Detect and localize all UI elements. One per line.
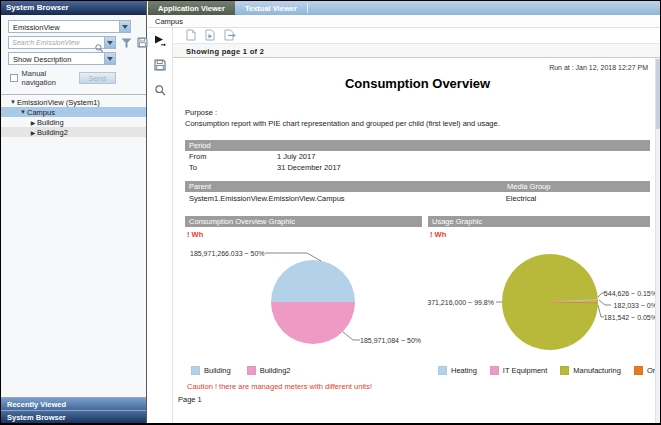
caret-collapsed-icon[interactable]: ▶	[29, 119, 37, 126]
consumption-chart-header: Consumption Overview Graphic	[185, 216, 422, 227]
tab-application-viewer[interactable]: Application Viewer	[148, 1, 235, 15]
system-browser-title: System Browser	[1, 1, 146, 15]
system-dropdown-value: EmissionView	[13, 23, 60, 32]
purpose-label: Purpose :	[185, 108, 650, 119]
usage-unit-warning: ! Wh	[430, 230, 650, 239]
run-timestamp: Run at : Jan 12, 2018 12:27 PM	[185, 64, 650, 71]
save-search-icon[interactable]	[137, 37, 148, 48]
legend-item-it-equipment: IT Equipment	[490, 366, 547, 375]
workspace: Application Viewer Textual Viewer Campus	[148, 1, 660, 423]
vertical-scrollbar[interactable]	[655, 58, 660, 423]
manual-navigation-label: Manual navigation	[22, 69, 79, 87]
pie-slice-building	[271, 260, 355, 302]
doc-icon[interactable]	[186, 27, 196, 45]
legend-item-manufacturing: Manufacturing	[560, 366, 621, 375]
zoom-icon[interactable]	[155, 82, 166, 100]
send-button[interactable]: Send	[79, 72, 117, 84]
legend-swatch	[191, 366, 200, 375]
legend-item-heating: Heating	[438, 366, 477, 375]
system-browser-panel: System Browser EmissionView	[1, 1, 147, 423]
consumption-unit-warning: ! Wh	[187, 230, 422, 239]
pie-label-manufacturing: 371,216,000 ~ 99.8%	[428, 298, 494, 305]
legend-swatch	[247, 366, 256, 375]
run-report-icon[interactable]	[154, 32, 167, 50]
pie-label-heating: 544,626 ~ 0.15%	[604, 289, 657, 296]
tree-item-building2[interactable]: ▶ Building2	[1, 127, 146, 137]
sidebar-controls: EmissionView Show De	[1, 15, 146, 87]
chevron-down-icon[interactable]	[104, 53, 115, 64]
viewer-tabbar: Application Viewer Textual Viewer	[148, 1, 660, 15]
pie-label-it-equipment: 182,033 ~ 0%	[614, 301, 657, 308]
caret-expanded-icon[interactable]: ▼	[9, 99, 17, 105]
legend-swatch	[438, 366, 447, 375]
period-row-to: To 31 December 2017	[185, 163, 650, 173]
filter-icon[interactable]	[121, 38, 132, 48]
system-browser-panel-bar[interactable]: System Browser	[1, 410, 146, 423]
media-group-header: Media Group	[507, 181, 650, 192]
usage-legend: Heating IT Equipment Manufacturing	[428, 366, 650, 375]
viewer-tool-strip	[148, 28, 173, 423]
doc-run-icon[interactable]	[205, 27, 215, 45]
report-viewer-pane: Showing page 1 of 2 Run at : Jan 12, 201…	[173, 28, 660, 423]
consumption-legend: Building Building2	[185, 366, 422, 375]
parent-header: Parent	[189, 181, 507, 192]
consumption-pie-chart: 185,971,266.033 ~ 50% 185,971,084 ~ 50%	[185, 240, 422, 364]
tree-item-emissionview[interactable]: ▼ EmissionView (System1)	[1, 97, 146, 107]
usage-chart-header: Usage Graphic	[428, 216, 650, 227]
legend-swatch	[560, 366, 569, 375]
period-section: Period From 1 July 2017 To 31 December 2…	[185, 140, 650, 173]
pie-label-building: 185,971,266.033 ~ 50%	[190, 249, 265, 256]
tree-item-building[interactable]: ▶ Building	[1, 117, 146, 127]
recently-viewed-panel-bar[interactable]: Recently Viewed	[1, 397, 146, 410]
caret-expanded-icon[interactable]: ▼	[19, 109, 27, 115]
period-row-from: From 1 July 2017	[185, 152, 650, 162]
search-input[interactable]	[9, 39, 93, 46]
usage-chart-column: Usage Graphic ! Wh 371,	[428, 216, 650, 375]
report-page: Run at : Jan 12, 2018 12:27 PM Consumpti…	[173, 58, 660, 423]
paging-status: Showing page 1 of 2	[173, 44, 660, 58]
chevron-down-icon[interactable]	[119, 21, 130, 32]
tree-item-campus[interactable]: ▼ Campus	[1, 107, 146, 117]
legend-swatch	[634, 366, 643, 375]
legend-swatch	[490, 366, 499, 375]
consumption-chart-column: Consumption Overview Graphic ! Wh 185,97…	[185, 216, 422, 375]
app-window: System Browser EmissionView	[0, 0, 661, 425]
page-number-label: Page 1	[178, 395, 650, 404]
parent-value: System1.EmissionView.EmissionView.Campus	[185, 194, 506, 203]
display-mode-value: Show Description	[13, 55, 71, 64]
parent-section: Parent Media Group System1.EmissionView.…	[185, 181, 650, 204]
pie-label-building2: 185,971,084 ~ 50%	[360, 337, 421, 344]
scrollbar-thumb[interactable]	[656, 59, 660, 129]
system-tree: ▼ EmissionView (System1) ▼ Campus ▶ Buil…	[1, 94, 146, 397]
system-dropdown[interactable]: EmissionView	[8, 20, 131, 33]
report-toolbar	[173, 28, 660, 44]
caution-message: Caution ! there are managed meters with …	[187, 382, 650, 391]
media-group-value: Electrical	[506, 194, 650, 203]
caret-collapsed-icon[interactable]: ▶	[29, 129, 37, 136]
tab-textual-viewer[interactable]: Textual Viewer	[235, 1, 307, 15]
display-mode-dropdown[interactable]: Show Description	[8, 52, 116, 65]
manual-navigation-checkbox[interactable]	[10, 74, 18, 82]
legend-item-building: Building	[191, 366, 231, 375]
search-dropdown-icon[interactable]	[104, 37, 115, 48]
search-field[interactable]	[8, 36, 116, 49]
save-report-icon[interactable]	[154, 57, 166, 75]
purpose-text: Consumption report with PIE chart repres…	[185, 119, 650, 130]
pie-label-onsite-transport: 181,542 ~ 0.05%	[604, 313, 657, 320]
period-header: Period	[185, 140, 650, 151]
legend-item-building2: Building2	[247, 366, 291, 375]
pie-slice-building2	[271, 302, 355, 344]
doc-export-icon[interactable]	[224, 27, 236, 45]
report-title: Consumption Overview	[185, 76, 650, 91]
usage-pie-chart: 371,216,000 ~ 99.8% 544,626 ~ 0.15% 182,…	[428, 240, 650, 364]
tab-separator	[307, 3, 308, 13]
